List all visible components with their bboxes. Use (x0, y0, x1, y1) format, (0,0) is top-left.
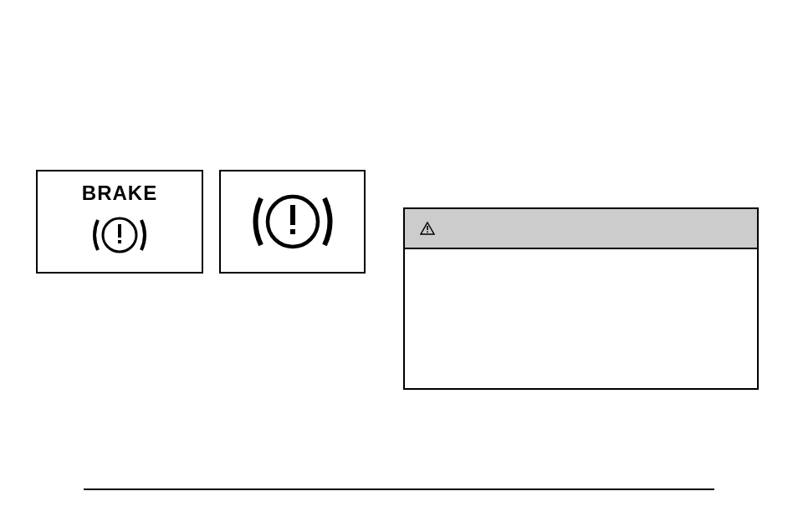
brake-symbol-icon (243, 187, 343, 257)
svg-rect-4 (290, 205, 295, 225)
brake-label: BRAKE (82, 182, 157, 205)
brake-symbol-icon (86, 212, 153, 258)
svg-rect-7 (427, 232, 428, 233)
page-divider (84, 489, 714, 490)
warning-triangle-icon (420, 222, 435, 235)
svg-rect-6 (427, 226, 428, 230)
svg-rect-5 (290, 229, 295, 234)
brake-warning-light-us: BRAKE (36, 170, 203, 274)
caution-header (405, 209, 757, 249)
brake-warning-light-intl (219, 170, 366, 274)
caution-warning-box (403, 207, 759, 390)
svg-rect-1 (118, 224, 121, 238)
svg-rect-2 (118, 240, 121, 243)
